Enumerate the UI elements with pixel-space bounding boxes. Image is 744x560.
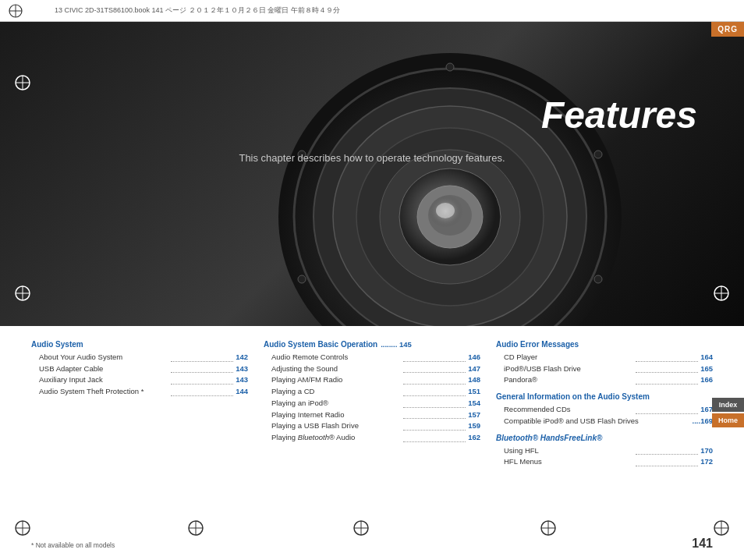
toc-page: 162 — [468, 432, 480, 444]
toc-page: 143 — [236, 374, 248, 386]
section-title-bluetooth: Bluetooth® HandsFreeLink® — [496, 434, 713, 442]
qrg-badge[interactable]: QRG — [711, 22, 744, 37]
toc-label: Compatible iPod® and USB Flash Drives — [504, 416, 693, 427]
svg-point-15 — [594, 275, 602, 283]
toc-item: Playing AM/FM Radio 148 — [264, 374, 480, 386]
toc-label: Adjusting the Sound — [271, 363, 401, 375]
section-title-page: ........ 145 — [381, 340, 412, 349]
reg-mark-strip — [8, 3, 23, 19]
toc-page: 151 — [468, 386, 480, 398]
svg-point-12 — [436, 203, 455, 218]
toc-item: Playing an iPod® 154 — [264, 398, 480, 409]
toc-item: Pandora® 166 — [496, 374, 713, 386]
side-buttons: Index Home — [712, 398, 744, 427]
hero-area — [0, 22, 744, 326]
toc-page: 172 — [700, 456, 713, 468]
reg-mark-bottom-right — [713, 519, 730, 540]
index-button[interactable]: Index — [712, 398, 744, 412]
chapter-subtitle: This chapter describes how to operate te… — [0, 152, 744, 164]
toc-page: 165 — [700, 363, 713, 375]
toc-label: USB Adapter Cable — [39, 363, 168, 375]
toc-item: About Your Audio System 142 — [31, 352, 248, 363]
toc-page: 154 — [468, 398, 480, 409]
toc-page: 167 — [700, 404, 713, 416]
toc-page: 166 — [700, 374, 713, 386]
toc-item: Auxiliary Input Jack 143 — [31, 374, 248, 386]
toc-item: Compatible iPod® and USB Flash Drives ..… — [496, 416, 713, 427]
toc-page: 170 — [700, 445, 713, 457]
toc-page: 142 — [236, 352, 248, 363]
toc-item: Playing a CD 151 — [264, 386, 480, 398]
toc-item: Audio System Theft Protection * 144 — [31, 386, 248, 398]
toc-item: Using HFL 170 — [496, 445, 713, 457]
reg-mark-bottom-center-left — [187, 519, 204, 540]
toc-item: Recommended CDs 167 — [496, 404, 713, 416]
toc-label: Playing Bluetooth® Audio — [271, 432, 401, 444]
toc-page: 146 — [468, 352, 480, 363]
toc-area: Audio System About Your Audio System 142… — [0, 326, 744, 560]
reg-mark-bottom-center — [353, 519, 370, 540]
page-number: 141 — [692, 537, 713, 551]
top-strip: 13 CIVIC 2D-31TS86100.book 141 ページ ２０１２年… — [0, 0, 744, 22]
svg-point-13 — [446, 63, 454, 71]
section-title-error-messages: Audio Error Messages — [496, 340, 713, 349]
reg-mark-bottom-left — [14, 519, 31, 540]
toc-page: 159 — [468, 420, 480, 432]
footnote: * Not available on all models — [31, 541, 115, 549]
toc-item: USB Adapter Cable 143 — [31, 363, 248, 375]
toc-item: Playing Internet Radio 157 — [264, 409, 480, 421]
toc-label: About Your Audio System — [39, 352, 168, 363]
page-container: 13 CIVIC 2D-31TS86100.book 141 ページ ２０１２年… — [0, 0, 744, 560]
speaker-graphic — [255, 22, 645, 326]
toc-label: Playing AM/FM Radio — [271, 374, 401, 386]
toc-page: 147 — [468, 363, 480, 375]
toc-page: 144 — [236, 386, 248, 398]
toc-label: CD Player — [504, 352, 633, 363]
home-button[interactable]: Home — [712, 413, 744, 427]
toc-label: Audio Remote Controls — [271, 352, 401, 363]
toc-label: Using HFL — [504, 445, 633, 457]
reg-mark-left-mid — [14, 285, 31, 305]
speaker-svg — [255, 22, 645, 326]
toc-label: Playing Internet Radio — [271, 409, 401, 421]
toc-item: Adjusting the Sound 147 — [264, 363, 480, 375]
page-title: Features — [541, 94, 697, 136]
toc-label: Recommended CDs — [504, 404, 633, 416]
toc-item: iPod®/USB Flash Drive 165 — [496, 363, 713, 375]
toc-page: 164 — [700, 352, 713, 363]
toc-item: Audio Remote Controls 146 — [264, 352, 480, 363]
section-title-audio-system: Audio System — [31, 340, 248, 349]
toc-column-2: Audio System Basic Operation ........ 14… — [264, 340, 496, 552]
toc-label: Audio System Theft Protection * — [39, 386, 168, 398]
reg-mark-left-top — [14, 74, 31, 94]
svg-point-17 — [298, 275, 306, 283]
section-title-basic-operation: Audio System Basic Operation — [264, 340, 377, 349]
toc-item: HFL Menus 172 — [496, 456, 713, 468]
toc-page: ....169 — [693, 416, 713, 427]
toc-label: Playing a CD — [271, 386, 401, 398]
toc-label: Pandora® — [504, 374, 633, 386]
toc-column-3: Audio Error Messages CD Player 164 iPod®… — [496, 340, 713, 552]
toc-label: Playing a USB Flash Drive — [271, 420, 401, 432]
toc-page: 143 — [236, 363, 248, 375]
toc-label: iPod®/USB Flash Drive — [504, 363, 633, 375]
toc-item: Playing a USB Flash Drive 159 — [264, 420, 480, 432]
reg-mark-bottom-center-right — [540, 519, 557, 540]
toc-label: Playing an iPod® — [271, 398, 401, 409]
toc-column-1: Audio System About Your Audio System 142… — [31, 340, 264, 552]
section-title-general-info: General Information on the Audio System — [496, 392, 713, 401]
toc-item: Playing Bluetooth® Audio 162 — [264, 432, 480, 444]
toc-page: 148 — [468, 374, 480, 386]
reg-mark-right-mid — [713, 285, 730, 305]
toc-label: HFL Menus — [504, 456, 633, 468]
file-info: 13 CIVIC 2D-31TS86100.book 141 ページ ２０１２年… — [55, 5, 340, 16]
toc-label: Auxiliary Input Jack — [39, 374, 168, 386]
toc-item: CD Player 164 — [496, 352, 713, 363]
toc-page: 157 — [468, 409, 480, 421]
